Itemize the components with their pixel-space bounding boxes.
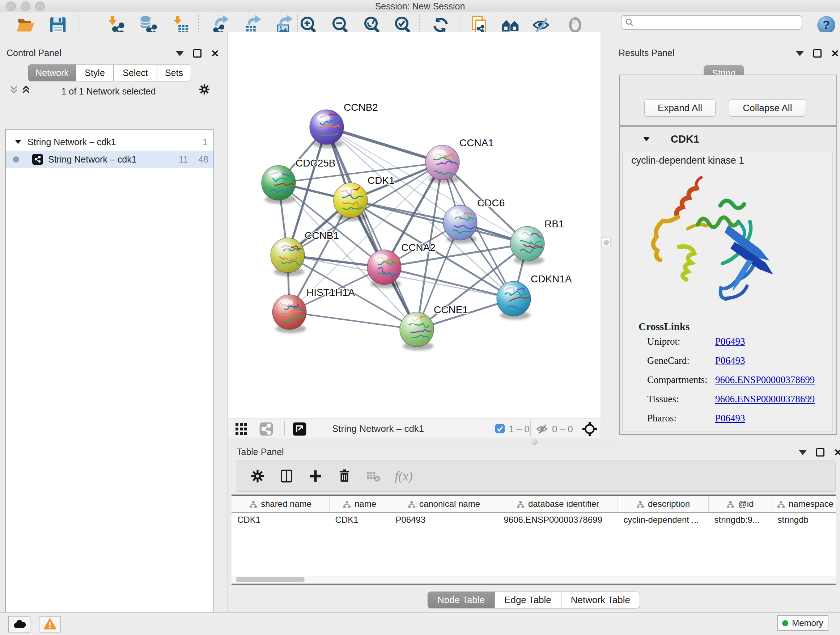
table-cell[interactable]: CDK1 bbox=[232, 512, 330, 527]
share-icon bbox=[259, 422, 273, 436]
grid-view-button[interactable] bbox=[235, 423, 248, 437]
tab-edge-table[interactable]: Edge Table bbox=[494, 592, 561, 608]
results-panel-menu-icon[interactable] bbox=[796, 51, 804, 56]
tab-select[interactable]: Select bbox=[114, 65, 157, 81]
network-label: String Network – cdk1 bbox=[48, 154, 137, 165]
control-panel-close-icon[interactable]: ✕ bbox=[211, 50, 219, 57]
table-panel-close-icon[interactable]: ✕ bbox=[834, 449, 840, 456]
memory-button[interactable]: Memory bbox=[777, 615, 829, 631]
tab-network-table[interactable]: Network Table bbox=[561, 592, 640, 608]
node-CCNA1[interactable]: CCNA1 bbox=[425, 137, 494, 184]
table-row[interactable]: CDK1CDK1P064939606.ENSP00000378699cyclin… bbox=[232, 512, 836, 527]
network-tree: String Network – cdk1 1 String Network –… bbox=[5, 129, 214, 635]
birds-eye-icon bbox=[292, 422, 307, 436]
checkbox-checked-icon bbox=[495, 424, 505, 434]
column-header-databaseidentifier[interactable]: database identifier bbox=[498, 496, 618, 512]
protein-structure-image bbox=[644, 171, 782, 306]
table-options-gear-icon[interactable] bbox=[250, 469, 265, 484]
vertical-splitter[interactable] bbox=[600, 32, 618, 439]
table-cell[interactable]: P06493 bbox=[390, 512, 498, 527]
table-cell[interactable]: cyclin-dependent ... bbox=[618, 512, 709, 527]
node-label-CCNE1: CCNE1 bbox=[434, 304, 468, 315]
node-label-CDK1: CDK1 bbox=[368, 175, 395, 186]
tab-network[interactable]: Network bbox=[28, 65, 76, 81]
control-panel-float-icon[interactable] bbox=[193, 49, 202, 57]
table-cell[interactable]: stringdb:9... bbox=[709, 512, 772, 527]
network-canvas[interactable]: CCNB2CCNA1CDC25BCDK1CDC6RB1CCNB1CCNA2CDK… bbox=[228, 32, 600, 418]
show-columns-icon[interactable] bbox=[279, 469, 294, 484]
column-header-name[interactable]: name bbox=[330, 496, 390, 512]
add-column-icon[interactable] bbox=[308, 469, 323, 484]
table-horizontal-scrollbar[interactable] bbox=[232, 576, 836, 585]
birds-eye-view-button[interactable] bbox=[292, 422, 307, 438]
crosslink-value-link[interactable]: 9606.ENSP00000378699 bbox=[715, 374, 815, 386]
results-panel-float-icon[interactable] bbox=[813, 49, 821, 57]
cloud-status-button[interactable] bbox=[8, 616, 30, 632]
tab-style[interactable]: Style bbox=[76, 65, 114, 81]
scrollbar-thumb[interactable] bbox=[236, 577, 305, 582]
table-cell[interactable]: 9606.ENSP00000378699 bbox=[498, 512, 618, 527]
selected-checkbox[interactable] bbox=[495, 424, 505, 435]
search-icon bbox=[625, 18, 634, 27]
gene-section-header[interactable]: CDK1 bbox=[620, 127, 836, 151]
selected-node-edge-counts: 1 – 0 bbox=[508, 424, 530, 435]
table-cell[interactable]: stringdb bbox=[772, 512, 836, 527]
warning-icon bbox=[43, 618, 57, 630]
edge-CCNB2-CCNE1[interactable] bbox=[327, 127, 417, 329]
current-network-name: String Network – cdk1 bbox=[332, 423, 424, 434]
expand-all-button[interactable]: Expand All bbox=[644, 99, 715, 117]
network-graph[interactable]: CCNB2CCNA1CDC25BCDK1CDC6RB1CCNB1CCNA2CDK… bbox=[228, 32, 600, 418]
node-selection-mode-button[interactable] bbox=[583, 422, 597, 438]
crosslink-value-link[interactable]: 9606.ENSP00000378699 bbox=[715, 394, 815, 405]
table-panel: Table Panel ✕ bbox=[228, 446, 840, 612]
column-header-sharedname[interactable]: shared name bbox=[232, 496, 330, 512]
node-table: shared namenamecanonical namedatabase id… bbox=[232, 494, 836, 578]
node-CDK1[interactable]: CDK1 bbox=[333, 175, 395, 221]
crosslink-value-link[interactable]: P06493 bbox=[715, 413, 745, 424]
network-row-selected[interactable]: String Network – cdk1 11 48 bbox=[6, 150, 213, 168]
gene-detail-card: cyclin-dependent kinase 1 bbox=[622, 152, 833, 432]
node-RB1[interactable]: RB1 bbox=[510, 218, 564, 264]
tab-node-table[interactable]: Node Table bbox=[428, 592, 494, 608]
edge-CCNB2-CCNA1[interactable] bbox=[327, 127, 442, 163]
table-panel-float-icon[interactable] bbox=[816, 448, 824, 456]
crosslink-value-link[interactable]: P06493 bbox=[715, 355, 745, 366]
crosslink-value-link[interactable]: P06493 bbox=[715, 336, 745, 347]
column-header-id[interactable]: @id bbox=[709, 496, 772, 512]
delete-table-icon-disabled bbox=[366, 469, 381, 484]
hierarchy-icon bbox=[249, 501, 257, 508]
node-label-CCNA2: CCNA2 bbox=[401, 242, 436, 253]
table-cell[interactable]: CDK1 bbox=[330, 512, 390, 527]
collapse-all-button[interactable]: Collapse All bbox=[729, 99, 806, 117]
gear-icon bbox=[198, 83, 210, 96]
splitter-handle[interactable] bbox=[601, 238, 611, 247]
table-panel-menu-icon[interactable] bbox=[799, 450, 807, 455]
node-label-CCNB1: CCNB1 bbox=[305, 230, 339, 241]
node-CDKN1A[interactable]: CDKN1A bbox=[497, 273, 572, 320]
hidden-items-icon bbox=[535, 423, 548, 437]
gene-result-box: CDK1 cyclin-dependent kinase 1 bbox=[619, 126, 837, 435]
network-collection-row[interactable]: String Network – cdk1 1 bbox=[6, 133, 213, 150]
delete-column-icon[interactable] bbox=[337, 469, 352, 484]
collection-expand-icon bbox=[14, 138, 22, 146]
hierarchy-icon bbox=[636, 501, 644, 508]
tab-sets[interactable]: Sets bbox=[157, 65, 191, 81]
network-options-button[interactable] bbox=[198, 83, 210, 97]
column-header-canonicalname[interactable]: canonical name bbox=[390, 496, 498, 512]
column-header-namespace[interactable]: namespace bbox=[772, 496, 836, 512]
edge-HIST1H1A-CCNE1[interactable] bbox=[289, 312, 417, 329]
hierarchy-icon bbox=[777, 501, 785, 508]
node-CCNE1[interactable]: CCNE1 bbox=[400, 304, 468, 350]
control-panel-menu-icon[interactable] bbox=[176, 51, 184, 56]
results-panel-close-icon[interactable]: ✕ bbox=[831, 50, 839, 57]
warnings-button[interactable] bbox=[39, 616, 61, 632]
node-label-CDKN1A: CDKN1A bbox=[531, 273, 572, 285]
annotation-mode-button[interactable] bbox=[259, 422, 273, 438]
crosslinks-list: Uniprot:P06493GeneCard:P06493Compartment… bbox=[647, 336, 828, 432]
cloud-icon bbox=[12, 619, 26, 630]
search-input[interactable] bbox=[621, 15, 802, 30]
node-HIST1H1A[interactable]: HIST1H1A bbox=[272, 287, 355, 333]
column-header-description[interactable]: description bbox=[618, 496, 709, 512]
node-CCNB1[interactable]: CCNB1 bbox=[271, 230, 339, 276]
network-view-toolbar: String Network – cdk1 1 – 0 0 – 0 bbox=[228, 418, 600, 439]
